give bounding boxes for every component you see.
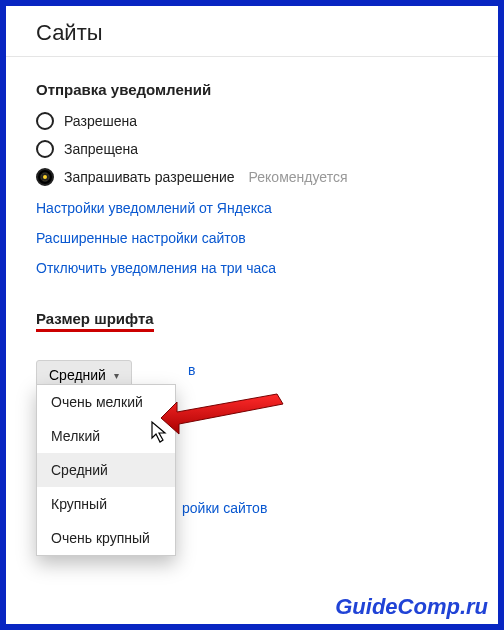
dropdown-option-xs[interactable]: Очень мелкий bbox=[37, 385, 175, 419]
content-area: Сайты Отправка уведомлений Разрешена Зап… bbox=[6, 6, 498, 410]
dropdown-option-xl[interactable]: Очень крупный bbox=[37, 521, 175, 555]
dropdown-option-s[interactable]: Мелкий bbox=[37, 419, 175, 453]
font-size-dropdown: Очень мелкий Мелкий Средний Крупный Очен… bbox=[36, 384, 176, 556]
radio-label: Запрашивать разрешение bbox=[64, 169, 235, 185]
dropdown-option-m[interactable]: Средний bbox=[37, 453, 175, 487]
radio-ask[interactable]: Запрашивать разрешение Рекомендуется bbox=[36, 168, 468, 186]
notifications-section: Отправка уведомлений Разрешена Запрещена… bbox=[36, 81, 468, 276]
font-size-select-wrap: Средний ▾ Очень мелкий Мелкий Средний Кр… bbox=[36, 346, 132, 390]
radio-allowed[interactable]: Разрешена bbox=[36, 112, 468, 130]
select-value: Средний bbox=[49, 367, 106, 383]
page-title: Сайты bbox=[36, 20, 468, 46]
radio-denied[interactable]: Запрещена bbox=[36, 140, 468, 158]
radio-icon bbox=[36, 140, 54, 158]
font-size-section: Размер шрифта в ройки сайтов Средний ▾ О… bbox=[36, 310, 468, 390]
radio-label: Запрещена bbox=[64, 141, 138, 157]
settings-panel: Сайты Отправка уведомлений Разрешена Зап… bbox=[0, 0, 504, 630]
dropdown-option-l[interactable]: Крупный bbox=[37, 487, 175, 521]
radio-label: Разрешена bbox=[64, 113, 137, 129]
link-yandex-notifications[interactable]: Настройки уведомлений от Яндекса bbox=[36, 200, 468, 216]
watermark: GuideComp.ru bbox=[335, 594, 488, 620]
divider bbox=[6, 56, 498, 57]
radio-icon-selected bbox=[36, 168, 54, 186]
heading-underline: Размер шрифта bbox=[36, 310, 154, 332]
radio-icon bbox=[36, 112, 54, 130]
recommended-hint: Рекомендуется bbox=[249, 169, 348, 185]
link-disable-3h[interactable]: Отключить уведомления на три часа bbox=[36, 260, 468, 276]
font-size-heading: Размер шрифта bbox=[36, 310, 468, 332]
chevron-down-icon: ▾ bbox=[114, 370, 119, 381]
notifications-heading: Отправка уведомлений bbox=[36, 81, 468, 98]
notifications-radio-group: Разрешена Запрещена Запрашивать разрешен… bbox=[36, 112, 468, 186]
link-advanced-site-settings[interactable]: Расширенные настройки сайтов bbox=[36, 230, 468, 246]
obscured-link-fragment: в bbox=[188, 362, 195, 378]
obscured-link-fragment: ройки сайтов bbox=[182, 500, 267, 516]
